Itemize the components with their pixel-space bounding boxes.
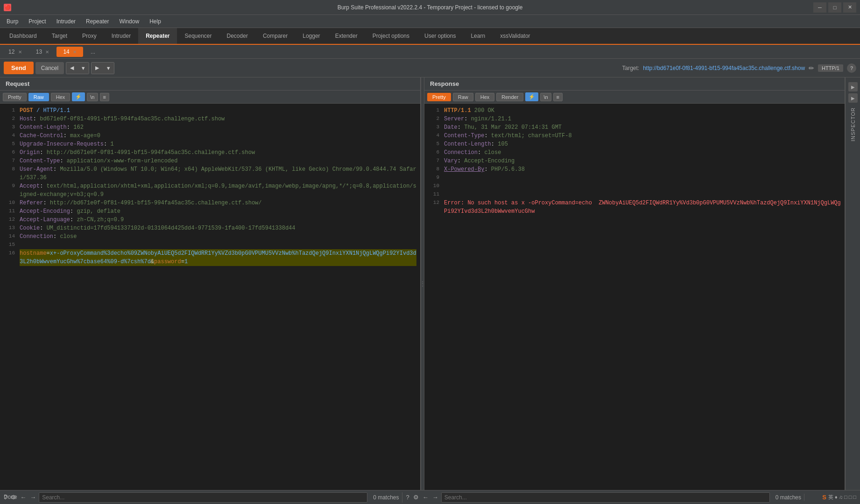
response-hex-btn[interactable]: Hex <box>475 93 495 101</box>
tab-comparer[interactable]: Comparer <box>255 28 295 45</box>
nav-back-button[interactable]: ◀ <box>66 63 78 74</box>
main-panels: Request Pretty Raw Hex ⚡ \n ≡ 1 POST / H… <box>0 77 860 490</box>
res-help-btn[interactable]: ? <box>405 494 410 501</box>
system-tray: S 英 ♦ ♫ □ □ □ <box>804 494 860 501</box>
nav-next-group: ▶ ▼ <box>91 62 114 74</box>
bottom-status-bar: ? ⚙ ← → 0 matches ? ⚙ ← → 0 matches S 英 … <box>0 490 860 504</box>
request-raw-btn[interactable]: Raw <box>28 93 49 101</box>
target-label: Target: <box>622 65 639 71</box>
inspector-expand-icon[interactable]: ▶ <box>848 82 858 91</box>
help-icon[interactable]: ? <box>847 63 856 73</box>
close-tab-13[interactable]: ✕ <box>45 49 49 55</box>
req-prev-btn[interactable]: ← <box>19 494 27 501</box>
response-panel-header: Response <box>424 77 845 91</box>
tab-xssvalidator[interactable]: xssValidator <box>493 28 537 45</box>
repeater-tab-12[interactable]: 12 ✕ <box>2 47 28 57</box>
inspector-label[interactable]: INSPECTOR <box>850 107 856 141</box>
request-menu-btn[interactable]: ≡ <box>100 93 109 101</box>
request-special-btn[interactable]: ⚡ <box>72 92 85 101</box>
tab-user-options[interactable]: User options <box>417 28 463 45</box>
menu-help[interactable]: Help <box>145 16 166 27</box>
request-newline-btn[interactable]: \n <box>87 93 98 101</box>
target-url: http://bd671e0f-0f81-4991-bf15-994fa45ac… <box>643 65 805 71</box>
response-panel: Response Pretty Raw Hex Render ⚡ \n ≡ 1 … <box>424 77 845 490</box>
panel-divider[interactable]: ⋮ <box>421 77 424 490</box>
menu-bar: Burp Project Intruder Repeater Window He… <box>0 15 860 28</box>
req-line-6: 6 Origin: http://bd671e0f-0f81-4991-bf15… <box>4 148 416 157</box>
res-line-7: 7 Vary: Accept-Encoding <box>428 157 841 165</box>
res-line-11: 11 <box>428 190 841 199</box>
res-line-10: 10 <box>428 182 841 190</box>
window-title: Burp Suite Professional v2022.2.4 - Temp… <box>338 4 523 11</box>
close-tab-12[interactable]: ✕ <box>18 49 22 55</box>
nav-forward-button[interactable]: ▶ <box>92 63 103 74</box>
response-raw-btn[interactable]: Raw <box>453 93 473 101</box>
window-controls: ─ □ ✕ <box>813 2 856 13</box>
request-search-input[interactable] <box>39 492 367 503</box>
send-button[interactable]: Send <box>4 62 34 74</box>
res-line-12: 12 Error: No such host as x -oProxyComma… <box>428 199 841 216</box>
request-panel: Request Pretty Raw Hex ⚡ \n ≡ 1 POST / H… <box>0 77 421 490</box>
repeater-tab-13[interactable]: 13 ✕ <box>29 47 56 57</box>
tab-dashboard[interactable]: Dashboard <box>2 28 44 45</box>
tab-sequencer[interactable]: Sequencer <box>177 28 219 45</box>
inspector-sidebar: ▶ ▶ INSPECTOR <box>845 77 860 490</box>
repeater-toolbar: Send Cancel ◀ ▼ ▶ ▼ Target: http://bd671… <box>0 59 860 77</box>
response-render-btn[interactable]: Render <box>496 93 523 101</box>
response-pretty-btn[interactable]: Pretty <box>427 93 451 101</box>
http-version-badge[interactable]: HTTP/1 <box>818 64 843 72</box>
req-gear-btn[interactable]: ⚙ <box>10 494 17 501</box>
repeater-tab-more[interactable]: ... <box>84 47 102 57</box>
req-line-8: 8 User-Agent: Mozilla/5.0 (Windows NT 10… <box>4 165 416 182</box>
menu-intruder[interactable]: Intruder <box>52 16 80 27</box>
menu-window[interactable]: Window <box>114 16 144 27</box>
nav-forward-dropdown-button[interactable]: ▼ <box>103 63 114 74</box>
tab-target[interactable]: Target <box>44 28 75 45</box>
inspector-collapse-icon[interactable]: ▶ <box>848 93 858 103</box>
tab-learn[interactable]: Learn <box>463 28 493 45</box>
menu-project[interactable]: Project <box>24 16 50 27</box>
request-pretty-btn[interactable]: Pretty <box>3 93 27 101</box>
res-next-btn[interactable]: → <box>431 494 439 501</box>
nav-dropdown-button[interactable]: ▼ <box>78 63 89 74</box>
app-icon: 🔴 <box>4 4 11 11</box>
res-line-9: 9 <box>428 174 841 182</box>
response-newline-btn[interactable]: \n <box>540 93 551 101</box>
menu-repeater[interactable]: Repeater <box>81 16 113 27</box>
tab-proxy[interactable]: Proxy <box>75 28 104 45</box>
req-line-7: 7 Content-Type: application/x-www-form-u… <box>4 157 416 165</box>
repeater-tab-14[interactable]: 14 ✕ <box>56 47 83 57</box>
tab-decoder[interactable]: Decoder <box>219 28 255 45</box>
response-search-bar: ? ⚙ ← → 0 matches <box>402 492 804 503</box>
edit-target-icon[interactable]: ✏ <box>809 64 814 72</box>
main-tab-bar: Dashboard Target Proxy Intruder Repeater… <box>0 28 860 45</box>
request-format-toolbar: Pretty Raw Hex ⚡ \n ≡ <box>0 91 420 104</box>
req-next-btn[interactable]: → <box>29 494 37 501</box>
response-menu-btn[interactable]: ≡ <box>553 93 563 101</box>
tab-project-options[interactable]: Project options <box>365 28 417 45</box>
res-gear-btn[interactable]: ⚙ <box>412 494 420 501</box>
response-code-area[interactable]: 1 HTTP/1.1 200 OK 2 Server: nginx/1.21.1… <box>424 104 845 490</box>
req-line-12: 12 Accept-Language: zh-CN,zh;q=0.9 <box>4 216 416 224</box>
tab-repeater[interactable]: Repeater <box>138 28 177 45</box>
response-search-input[interactable] <box>441 492 770 503</box>
res-line-8: 8 X-Powered-By: PHP/5.6.38 <box>428 165 841 174</box>
cancel-button[interactable]: Cancel <box>35 62 64 74</box>
res-prev-btn[interactable]: ← <box>422 494 430 501</box>
close-tab-14[interactable]: ✕ <box>73 49 77 55</box>
response-special-btn[interactable]: ⚡ <box>525 92 538 101</box>
request-hex-btn[interactable]: Hex <box>51 93 70 101</box>
maximize-button[interactable]: □ <box>828 2 841 13</box>
close-button[interactable]: ✕ <box>843 2 856 13</box>
minimize-button[interactable]: ─ <box>813 2 826 13</box>
req-help-btn[interactable]: ? <box>3 494 8 501</box>
req-line-1: 1 POST / HTTP/1.1 <box>4 106 416 115</box>
req-line-5: 5 Upgrade-Insecure-Requests: 1 <box>4 140 416 148</box>
menu-burp[interactable]: Burp <box>2 16 23 27</box>
tab-logger[interactable]: Logger <box>295 28 327 45</box>
res-line-2: 2 Server: nginx/1.21.1 <box>428 115 841 123</box>
request-code-area[interactable]: 1 POST / HTTP/1.1 2 Host: bd671e0f-0f81-… <box>0 104 420 490</box>
response-matches-count: 0 matches <box>775 494 801 501</box>
tab-extender[interactable]: Extender <box>328 28 365 45</box>
tab-intruder[interactable]: Intruder <box>104 28 138 45</box>
